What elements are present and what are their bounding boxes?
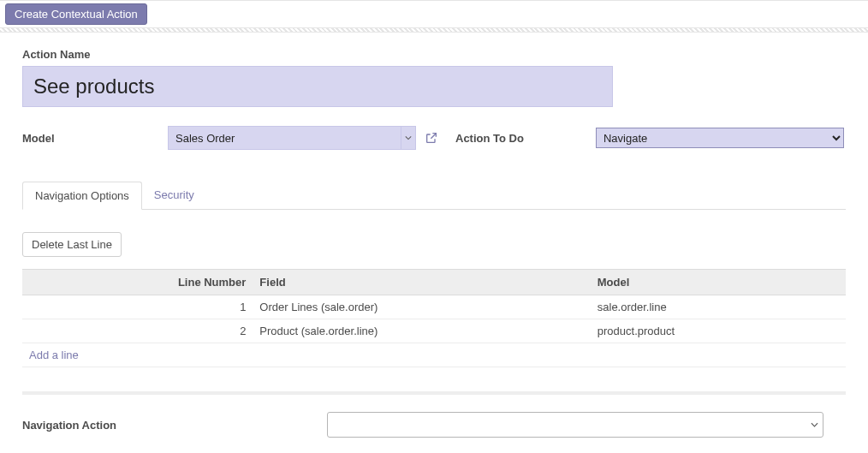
navigation-action-input[interactable] (327, 412, 823, 438)
model-label: Model (22, 132, 55, 145)
col-line-number: Line Number (22, 270, 253, 295)
action-name-label: Action Name (22, 48, 846, 61)
action-to-do-label: Action To Do (455, 132, 524, 145)
external-link-icon[interactable] (423, 129, 440, 146)
table-row[interactable]: 2 Product (sale.order.line) product.prod… (22, 319, 846, 343)
tab-navigation-options[interactable]: Navigation Options (22, 182, 142, 210)
tab-bar: Navigation Options Security (22, 181, 846, 210)
navigation-lines-table: Line Number Field Model 1 Order Lines (s… (22, 269, 846, 367)
add-line-link[interactable]: Add a line (22, 343, 846, 367)
chevron-down-icon[interactable] (401, 126, 416, 150)
tab-security[interactable]: Security (142, 182, 206, 210)
create-contextual-action-button[interactable]: Create Contextual Action (5, 3, 147, 25)
cell-line-number: 1 (22, 295, 253, 319)
col-field: Field (253, 270, 590, 295)
col-model: Model (591, 270, 846, 295)
model-input[interactable] (168, 126, 416, 150)
cell-field: Order Lines (sale.order) (253, 295, 590, 319)
table-row[interactable]: 1 Order Lines (sale.order) sale.order.li… (22, 295, 846, 319)
cell-model: product.product (591, 319, 846, 343)
cell-field: Product (sale.order.line) (253, 319, 590, 343)
action-to-do-select[interactable]: Navigate (596, 128, 844, 148)
action-name-input[interactable] (22, 66, 613, 107)
cell-line-number: 2 (22, 319, 253, 343)
cell-model: sale.order.line (591, 295, 846, 319)
navigation-action-label: Navigation Action (22, 419, 327, 432)
delete-last-line-button[interactable]: Delete Last Line (22, 232, 122, 257)
